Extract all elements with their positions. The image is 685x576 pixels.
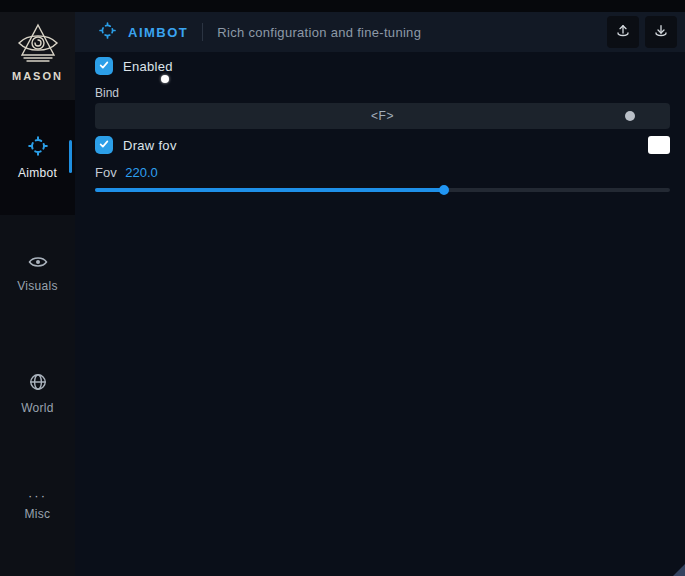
resize-grip[interactable] — [673, 564, 685, 576]
bind-input[interactable]: <F> — [95, 103, 670, 129]
sidebar-item-label: Visuals — [17, 279, 58, 293]
fov-label: Fov — [95, 165, 117, 180]
export-config-button[interactable] — [607, 16, 639, 48]
enabled-label: Enabled — [123, 59, 173, 74]
window-top-strip — [0, 0, 685, 12]
sidebar-item-label: World — [21, 401, 54, 415]
main-panel: AIMBOT Rich configuration and fine-tunin… — [75, 12, 685, 576]
enabled-checkbox[interactable] — [95, 57, 113, 75]
sidebar-item-aimbot[interactable]: Aimbot — [0, 100, 75, 215]
bind-indicator-dot — [625, 111, 635, 121]
upload-icon — [615, 23, 631, 42]
header-bar: AIMBOT Rich configuration and fine-tunin… — [75, 12, 685, 52]
bind-value: <F> — [371, 109, 394, 123]
sidebar-item-misc[interactable]: ··· Misc — [0, 491, 75, 543]
logo-label: MASON — [12, 70, 63, 82]
ellipsis-icon: ··· — [28, 491, 47, 501]
eye-icon — [28, 255, 48, 273]
eye-pyramid-icon — [14, 20, 62, 68]
download-icon — [653, 23, 669, 42]
header-divider — [202, 23, 203, 41]
sidebar: MASON Aimbot Visuals — [0, 12, 75, 576]
fov-slider[interactable] — [95, 188, 670, 192]
sidebar-item-world[interactable]: World — [0, 373, 75, 425]
fov-slider-handle[interactable] — [439, 185, 449, 195]
draw-fov-label: Draw fov — [123, 138, 177, 153]
header-actions — [607, 16, 677, 48]
mason-menu-window: MASON Aimbot Visuals — [0, 0, 685, 576]
mouse-cursor — [161, 75, 169, 83]
active-tab-indicator — [69, 140, 72, 173]
fov-slider-fill — [95, 188, 444, 192]
check-icon — [98, 57, 110, 75]
fov-color-swatch[interactable] — [648, 136, 670, 154]
import-config-button[interactable] — [645, 16, 677, 48]
draw-fov-row: Draw fov — [95, 136, 177, 154]
crosshair-icon — [28, 136, 48, 160]
globe-icon — [29, 373, 47, 395]
crosshair-icon — [99, 22, 116, 43]
fov-label-row: Fov 220.0 — [95, 165, 158, 180]
enabled-row: Enabled — [95, 57, 173, 75]
draw-fov-checkbox[interactable] — [95, 136, 113, 154]
bind-label: Bind — [95, 86, 119, 100]
sidebar-item-label: Misc — [25, 507, 51, 521]
page-title: AIMBOT — [128, 25, 188, 40]
logo: MASON — [0, 12, 75, 100]
page-subtitle: Rich configuration and fine-tuning — [217, 25, 421, 40]
fov-value: 220.0 — [125, 165, 158, 180]
check-icon — [98, 136, 110, 154]
sidebar-item-label: Aimbot — [18, 166, 57, 180]
sidebar-item-visuals[interactable]: Visuals — [0, 255, 75, 307]
